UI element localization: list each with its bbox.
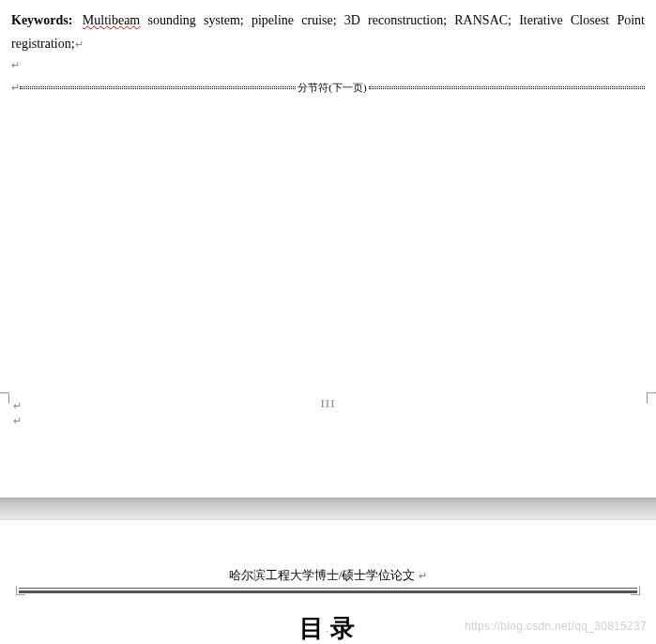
footer-crop-corner-left-icon [0,392,9,404]
paragraph-mark-icon: ↵ [75,38,84,50]
footer-return-marks: ↵ ↵ [13,398,22,428]
header-rule-thick [19,590,637,593]
footer-crop-corner-right-icon [647,392,656,404]
header-crop-corner-right-icon [631,586,640,595]
keyword-multibeam-spellcheck[interactable]: Multibeam [83,13,140,27]
keywords-paragraph[interactable]: Keywords:· Multibeam sounding system; pi… [11,9,645,55]
header-rule-thin [19,588,637,589]
header-text-line[interactable]: 哈尔滨工程大学博士/硕士学位论文 ↵ [9,567,647,584]
return-mark-icon: ↵ [11,82,20,94]
return-mark-icon: ↵ [11,59,645,71]
watermark-text: https://blog.csdn.net/qq_30815237 [465,620,647,633]
page-2-header[interactable]: 哈尔滨工程大学博士/硕士学位论文 ↵ [0,567,656,593]
page-1-footer-guides: III [0,392,656,411]
header-text: 哈尔滨工程大学博士/硕士学位论文 [229,567,416,584]
return-mark-icon: ↵ [13,413,22,428]
section-break-indicator[interactable]: ↵ 分节符(下一页) [11,81,645,95]
header-rule [19,588,637,593]
page-number-field[interactable]: III [321,396,336,411]
return-mark-icon: ↵ [13,398,22,413]
section-break-dots-left [20,86,296,89]
toc-char-1: 目 [299,615,326,642]
space-mark: · [72,17,74,26]
keywords-label: Keywords: [11,13,72,27]
section-break-dots-right [369,86,645,89]
page-gap-separator [0,498,656,520]
return-mark-icon: ↵ [419,570,427,582]
footer-page-number-area[interactable]: III [321,396,336,411]
toc-char-2: 录 [330,615,357,642]
page-1: Keywords:· Multibeam sounding system; pi… [0,0,656,95]
section-break-label: 分节符(下一页) [296,81,368,95]
